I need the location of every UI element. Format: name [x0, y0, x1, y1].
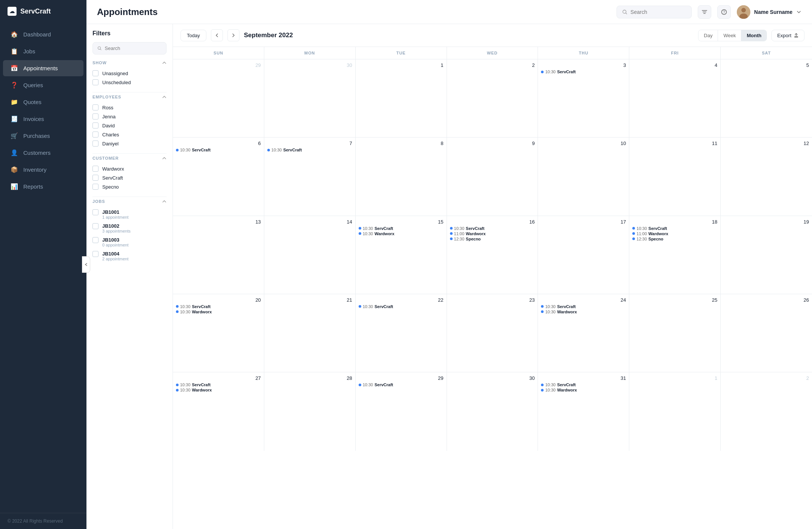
today-button[interactable]: Today: [180, 30, 206, 41]
checkbox-ross[interactable]: [92, 104, 98, 110]
calendar-cell-w0-d2[interactable]: 1: [356, 59, 447, 137]
calendar-cell-w4-d0[interactable]: 2710:30ServCraft10:30Wardworx: [173, 372, 264, 450]
checkbox-unscheduled[interactable]: [92, 79, 98, 85]
calendar-cell-w2-d3[interactable]: 1610:30ServCraft11:00Wardworx12:30Specno: [447, 216, 538, 294]
help-icon-btn[interactable]: ?: [717, 5, 731, 19]
calendar-cell-w1-d1[interactable]: 710:30ServCraft: [264, 138, 356, 215]
checkbox-servcraft[interactable]: [92, 175, 98, 181]
calendar-cell-w3-d6[interactable]: 26: [721, 294, 812, 372]
checkbox-david[interactable]: [92, 122, 98, 128]
sidebar-item-queries[interactable]: ❓ Queries: [3, 77, 83, 93]
calendar-event[interactable]: 10:30Wardworx: [176, 310, 261, 314]
calendar-cell-w1-d0[interactable]: 610:30ServCraft: [173, 138, 264, 215]
filter-icon-btn[interactable]: [698, 5, 711, 19]
checkbox-unassigned[interactable]: [92, 70, 98, 76]
calendar-cell-w1-d5[interactable]: 11: [629, 138, 721, 215]
calendar-cell-w3-d3[interactable]: 23: [447, 294, 538, 372]
checkbox-charles[interactable]: [92, 131, 98, 138]
calendar-cell-w0-d0[interactable]: 29: [173, 59, 264, 137]
header-search-input[interactable]: [630, 9, 679, 15]
sidebar-item-inventory[interactable]: 📦 Inventory: [3, 162, 83, 178]
calendar-event[interactable]: 10:30ServCraft: [541, 382, 626, 387]
calendar-event[interactable]: 10:30ServCraft: [541, 304, 626, 309]
day-view-button[interactable]: Day: [698, 30, 718, 41]
filter-item-servcraft[interactable]: ServCraft: [92, 173, 167, 182]
filter-search-input[interactable]: [105, 45, 162, 51]
calendar-event[interactable]: 10:30ServCraft: [632, 226, 717, 231]
sidebar-item-appointments[interactable]: 📅 Appointments: [3, 60, 83, 76]
filter-item-jb1001[interactable]: JB1001 1 appointment: [92, 207, 167, 221]
calendar-event[interactable]: 12:30Specno: [632, 237, 717, 241]
calendar-event[interactable]: 12:30Specno: [450, 237, 535, 241]
filter-item-ross[interactable]: Ross: [92, 103, 167, 112]
sidebar-item-customers[interactable]: 👤 Customers: [3, 145, 83, 161]
checkbox-jb1002[interactable]: [92, 223, 98, 229]
filter-jobs-header[interactable]: JOBS: [92, 199, 167, 204]
filter-customer-header[interactable]: CUSTOMER: [92, 156, 167, 160]
sidebar-collapse-button[interactable]: [86, 256, 90, 273]
calendar-cell-w1-d3[interactable]: 9: [447, 138, 538, 215]
filter-item-unscheduled[interactable]: Unscheduled: [92, 78, 167, 87]
filter-item-jb1004[interactable]: JB1004 2 appointment: [92, 249, 167, 263]
calendar-cell-w1-d2[interactable]: 8: [356, 138, 447, 215]
calendar-cell-w2-d2[interactable]: 1510:30ServCraft10:30Wardworx: [356, 216, 447, 294]
filter-item-david[interactable]: David: [92, 121, 167, 130]
calendar-cell-w3-d0[interactable]: 2010:30ServCraft10:30Wardworx: [173, 294, 264, 372]
sidebar-item-jobs[interactable]: 📋 Jobs: [3, 43, 83, 59]
calendar-event[interactable]: 10:30ServCraft: [359, 382, 444, 387]
calendar-cell-w3-d5[interactable]: 25: [629, 294, 721, 372]
checkbox-jb1001[interactable]: [92, 209, 98, 215]
sidebar-item-purchases[interactable]: 🛒 Purchases: [3, 128, 83, 144]
export-button[interactable]: Export: [771, 30, 804, 41]
calendar-cell-w1-d4[interactable]: 10: [538, 138, 629, 215]
checkbox-jb1003[interactable]: [92, 237, 98, 243]
filter-item-charles[interactable]: Charles: [92, 130, 167, 139]
month-view-button[interactable]: Month: [741, 30, 767, 41]
calendar-cell-w3-d1[interactable]: 21: [264, 294, 356, 372]
calendar-event[interactable]: 10:30ServCraft: [176, 304, 261, 309]
calendar-cell-w2-d6[interactable]: 19: [721, 216, 812, 294]
checkbox-wardworx[interactable]: [92, 166, 98, 172]
calendar-cell-w4-d3[interactable]: 30: [447, 372, 538, 450]
next-month-button[interactable]: [227, 29, 239, 41]
calendar-cell-w0-d6[interactable]: 5: [721, 59, 812, 137]
calendar-event[interactable]: 10:30ServCraft: [176, 148, 261, 152]
calendar-cell-w2-d0[interactable]: 13: [173, 216, 264, 294]
filter-item-daniyel[interactable]: Daniyel: [92, 139, 167, 148]
sidebar-item-dashboard[interactable]: 🏠 Dashboard: [3, 26, 83, 42]
filter-item-unassigned[interactable]: Unassigned: [92, 69, 167, 78]
sidebar-item-quotes[interactable]: 📁 Quotes: [3, 94, 83, 110]
filter-item-jenna[interactable]: Jenna: [92, 112, 167, 121]
prev-month-button[interactable]: [211, 29, 223, 41]
calendar-event[interactable]: 10:30Wardworx: [541, 310, 626, 314]
calendar-event[interactable]: 10:30Wardworx: [176, 388, 261, 392]
checkbox-jb1004[interactable]: [92, 251, 98, 257]
calendar-cell-w4-d2[interactable]: 2910:30ServCraft: [356, 372, 447, 450]
calendar-cell-w0-d3[interactable]: 2: [447, 59, 538, 137]
calendar-cell-w2-d1[interactable]: 14: [264, 216, 356, 294]
calendar-cell-w4-d5[interactable]: 1: [629, 372, 721, 450]
calendar-cell-w3-d4[interactable]: 2410:30ServCraft10:30Wardworx: [538, 294, 629, 372]
filter-show-header[interactable]: SHOW: [92, 60, 167, 65]
calendar-cell-w2-d4[interactable]: 17: [538, 216, 629, 294]
calendar-cell-w2-d5[interactable]: 1810:30ServCraft11:00Wardworx12:30Specno: [629, 216, 721, 294]
filter-item-wardworx[interactable]: Wardworx: [92, 164, 167, 173]
calendar-cell-w0-d1[interactable]: 30: [264, 59, 356, 137]
filter-employees-header[interactable]: EMPLOYEES: [92, 95, 167, 99]
sidebar-item-reports[interactable]: 📊 Reports: [3, 178, 83, 195]
filter-item-jb1003[interactable]: JB1003 0 appointment: [92, 235, 167, 249]
checkbox-specno[interactable]: [92, 184, 98, 190]
calendar-event[interactable]: 10:30ServCraft: [359, 226, 444, 231]
calendar-event[interactable]: 11:00Wardworx: [632, 231, 717, 236]
calendar-event[interactable]: 10:30ServCraft: [359, 304, 444, 309]
app-logo[interactable]: ☁ ServCraft: [0, 0, 86, 23]
filter-item-jb1002[interactable]: JB1002 3 appointments: [92, 221, 167, 235]
calendar-event[interactable]: 10:30ServCraft: [541, 70, 626, 74]
calendar-cell-w4-d6[interactable]: 2: [721, 372, 812, 450]
calendar-cell-w4-d4[interactable]: 3110:30ServCraft10:30Wardworx: [538, 372, 629, 450]
checkbox-jenna[interactable]: [92, 113, 98, 119]
header-search-bar[interactable]: [617, 6, 692, 18]
calendar-cell-w1-d6[interactable]: 12: [721, 138, 812, 215]
calendar-event[interactable]: 10:30Wardworx: [541, 388, 626, 392]
calendar-event[interactable]: 10:30ServCraft: [267, 148, 352, 152]
